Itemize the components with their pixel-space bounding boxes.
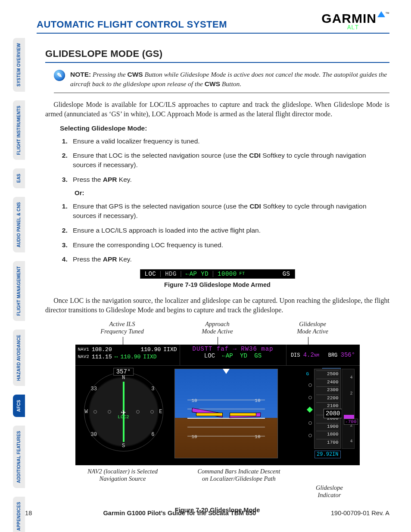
side-tabs: SYSTEM OVERVIEW FLIGHT INSTRUMENTS EAS A… xyxy=(13,38,25,532)
afcs-lateral-active: HDG xyxy=(162,271,179,277)
procedure-list-b: Ensure that GPS is the selected navigati… xyxy=(69,202,389,264)
afcs-vertical-active: ALT xyxy=(345,24,406,114)
note-icon: ✎ xyxy=(54,70,65,81)
nav-source-label: LOC2 xyxy=(118,414,129,420)
ann-active-ils: Active ILS Frequency Tuned xyxy=(75,320,169,335)
step-a2: Ensure that LOC is the selected navigati… xyxy=(69,151,389,169)
waypoint-box: DUSTT faf → RW36 map LOC ←AP YD GS xyxy=(180,345,286,365)
footer-title: Garmin G1000 Pilot’s Guide for the Socat… xyxy=(47,510,312,516)
tab-system-overview[interactable]: SYSTEM OVERVIEW xyxy=(13,38,25,92)
tab-audio-panel-cns[interactable]: AUDIO PANEL & CNS xyxy=(13,197,25,252)
divider xyxy=(54,93,389,93)
dis-brg-box: DIS 4.2NM BRG 356° xyxy=(286,345,360,365)
header-title: AUTOMATIC FLIGHT CONTROL SYSTEM xyxy=(37,19,227,30)
vsi: 4 2 2 4 xyxy=(342,369,355,449)
step-a1: Ensure a valid localizer frequency is tu… xyxy=(69,137,389,146)
ann-command-bars: Command Bars Indicate Descent on Localiz… xyxy=(183,468,295,482)
altitude-group: G 1000 2500 2400 2300 2200 2100 2000 190… xyxy=(299,369,355,458)
step-b2: Ensure a LOC/ILS approach is loaded into… xyxy=(69,226,389,235)
aircraft-symbol xyxy=(196,413,256,417)
altitude-readout: 2080 xyxy=(324,409,342,418)
tab-afcs[interactable]: AFCS xyxy=(13,395,25,417)
figure-7-19-caption: Figure 7-19 Glideslope Mode Armed xyxy=(45,281,389,288)
step-b1: Ensure that GPS is the selected navigati… xyxy=(69,202,389,220)
tab-eas[interactable]: EAS xyxy=(13,168,25,188)
step-a3: Press the APR Key. xyxy=(69,175,389,184)
afcs-gs-armed: GS xyxy=(280,271,293,277)
tab-flight-instruments[interactable]: FLIGHT INSTRUMENTS xyxy=(13,100,25,160)
afcs-alt-value: 10000 xyxy=(215,271,240,277)
or-label: Or: xyxy=(75,189,389,196)
figure-7-20: Active ILS Frequency Tuned Approach Mode… xyxy=(75,320,360,513)
ann-gs-mode: Glideslope Mode Active xyxy=(266,320,360,335)
nav-box: NAV1 108.20 110.90 IIXD NAV2 111.15 ↔ 11… xyxy=(75,345,180,365)
note-block: ✎ NOTE: Pressing the CWS Button while Gl… xyxy=(54,70,389,89)
tab-additional-features[interactable]: ADDITIONAL FEATURES xyxy=(13,426,25,488)
hsi: 357° ✈ LOC2 N 3 E 33 W 30 6 S xyxy=(81,369,167,455)
ann-approach-mode: Approach Mode Active xyxy=(171,320,265,335)
figure-bottom-annotations: NAV2 (localizer) is Selected Navigation … xyxy=(75,468,360,482)
glideslope-scale: G xyxy=(307,377,313,440)
vs-readout: -700 xyxy=(344,419,358,425)
note-text: NOTE: Pressing the CWS Button while Glid… xyxy=(70,70,389,89)
afcs-ap-yd: ←AP YD xyxy=(183,271,211,277)
pfd-screenshot: NAV1 108.20 110.90 IIXD NAV2 111.15 ↔ 11… xyxy=(75,345,360,465)
ann-gs-indicator: Glideslope Indicator xyxy=(299,484,360,499)
body-paragraph-1: Glideslope Mode is available for LOC/ILS… xyxy=(45,100,389,119)
section-title: GLIDESLOPE MODE (GS) xyxy=(45,48,389,63)
step-b4: Press the APR Key. xyxy=(69,255,389,264)
garmin-logo: GARMIN™ xyxy=(321,11,389,26)
page-footer: 418 Garmin G1000 Pilot’s Guide for the S… xyxy=(22,510,389,516)
roll-pointer-icon xyxy=(223,369,230,374)
page-number: 418 xyxy=(22,510,47,516)
body-paragraph-2: Once LOC is the navigation source, the l… xyxy=(45,296,389,315)
baro-setting: 29.92IN xyxy=(314,451,340,458)
figure-top-annotations: Active ILS Frequency Tuned Approach Mode… xyxy=(75,320,360,335)
attitude-indicator: 10 10 10 10 xyxy=(174,369,278,458)
page-header: AUTOMATIC FLIGHT CONTROL SYSTEM GARMIN™ xyxy=(37,19,389,34)
procedure-title: Selecting Glideslope Mode: xyxy=(60,124,389,132)
triangle-icon xyxy=(377,11,385,17)
gs-diamond-icon xyxy=(306,407,312,413)
tab-appendices[interactable]: APPENDICES xyxy=(13,497,25,532)
step-b3: Ensure the corresponding LOC frequency i… xyxy=(69,240,389,250)
ann-nav2-selected: NAV2 (localizer) is Selected Navigation … xyxy=(75,468,170,482)
tab-flight-management[interactable]: FLIGHT MANAGEMENT xyxy=(13,261,25,321)
afcs-loc-armed: LOC xyxy=(142,271,159,277)
tab-hazard-avoidance[interactable]: HAZARD AVOIDANCE xyxy=(13,330,25,386)
footer-revision: 190-00709-01 Rev. A xyxy=(312,510,389,516)
procedure-list-a: Ensure a valid localizer frequency is tu… xyxy=(69,137,389,184)
afcs-status-bar: LOC | HDG | ←AP YD | ALT 10000FT GS xyxy=(140,269,295,279)
